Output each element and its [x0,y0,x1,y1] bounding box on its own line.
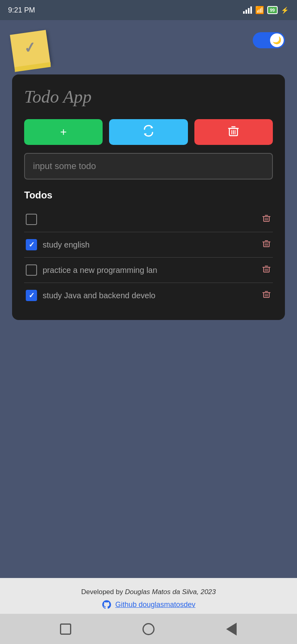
logo-area: ✓ 🌙 [12,32,285,66]
logo-checkmark: ✓ [23,38,37,57]
sync-icon [141,124,156,141]
nav-back-icon [226,623,237,636]
todo-input[interactable] [24,153,273,180]
bolt-icon: ⚡ [281,6,289,14]
nav-home-button[interactable] [140,621,157,637]
todo-checkbox-4[interactable] [26,290,37,301]
table-row: practice a new programming lan [24,258,273,283]
footer-text: Developed by Douglas Matos da Silva, 202… [8,588,289,596]
sync-button[interactable] [109,119,188,145]
todo-text-4: study Java and backend develo [43,291,256,300]
todo-text-3: practice a new programming lan [43,266,256,275]
todo-checkbox-2[interactable] [26,239,37,250]
delete-button-2[interactable] [262,239,271,251]
github-icon [101,599,112,610]
developed-by-label: Developed by [81,588,125,596]
delete-button-4[interactable] [262,289,271,301]
signal-icon [243,6,252,14]
todo-checkbox-1[interactable] [26,214,37,225]
github-link[interactable]: Github douglasmatosdev [8,599,289,610]
todo-list: study english practice a new programming… [24,207,273,308]
button-row: + [24,119,273,145]
nav-home-icon [142,623,155,635]
status-time: 9:21 PM [8,6,35,14]
table-row [24,207,273,232]
footer: Developed by Douglas Matos da Silva, 202… [0,578,297,614]
delete-button-1[interactable] [262,213,271,225]
todos-label: Todos [24,190,273,201]
table-row: study english [24,232,273,258]
delete-button-3[interactable] [262,264,271,276]
nav-back-button[interactable] [223,621,239,637]
wifi-icon: 📶 [255,6,264,14]
nav-square-button[interactable] [58,621,74,637]
moon-icon: 🌙 [272,36,281,45]
nav-square-icon [60,623,71,635]
author-name: Douglas Matos da Silva, 2023 [125,588,216,596]
battery-badge: 99 [267,6,278,14]
todo-card: Todo App + [12,74,285,320]
main-area: ✓ 🌙 Todo App + [0,20,297,578]
clear-icon [226,124,241,141]
clear-button[interactable] [194,119,273,145]
status-icons: 📶 99 ⚡ [243,6,289,14]
todo-text-2: study english [43,240,256,250]
status-bar: 9:21 PM 📶 99 ⚡ [0,0,297,20]
table-row: study Java and backend develo [24,283,273,308]
add-button[interactable]: + [24,119,103,145]
dark-mode-toggle[interactable]: 🌙 [253,32,285,48]
app-logo: ✓ [10,30,51,69]
github-label: Github douglasmatosdev [115,601,195,609]
add-icon: + [60,126,66,138]
toggle-knob: 🌙 [270,33,284,47]
todo-checkbox-3[interactable] [26,264,37,276]
nav-bar [0,614,297,644]
app-title: Todo App [24,87,273,107]
